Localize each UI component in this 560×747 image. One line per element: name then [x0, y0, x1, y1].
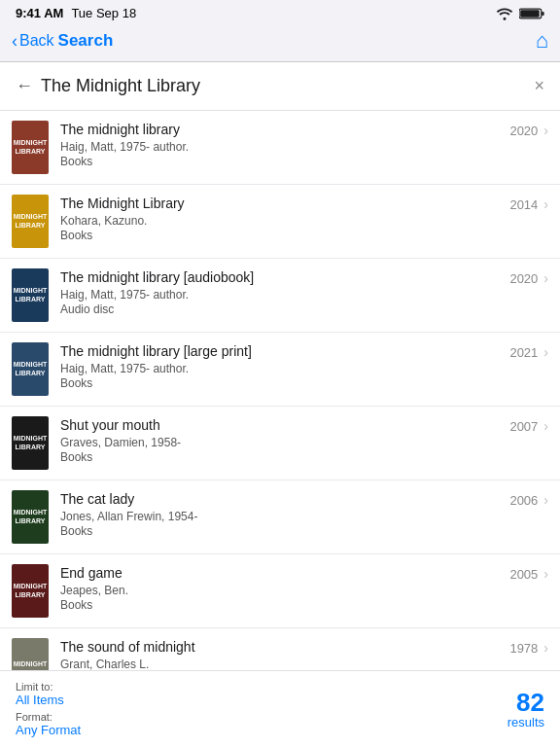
result-right: 2020 ›	[509, 268, 548, 286]
result-author: Kohara, Kazuno.	[60, 214, 502, 228]
status-bar: 9:41 AM Tue Sep 18	[0, 0, 560, 24]
chevron-right-icon: ›	[543, 196, 548, 212]
result-type: Books	[60, 155, 502, 168]
result-right: 2014 ›	[509, 195, 548, 212]
result-title: The sound of midnight	[60, 638, 502, 656]
results-count: 82	[508, 690, 544, 715]
result-info: Shut your mouth Graves, Damien, 1958- Bo…	[60, 416, 502, 464]
result-info: The Midnight Library Kohara, Kazuno. Boo…	[60, 195, 502, 242]
result-year: 2005	[509, 567, 538, 582]
result-year: 2014	[509, 197, 538, 212]
chevron-right-icon: ›	[543, 566, 548, 582]
result-author: Haig, Matt, 1975- author.	[60, 362, 502, 375]
result-year: 1978	[509, 641, 538, 656]
result-year: 2021	[509, 345, 538, 360]
result-info: The midnight library Haig, Matt, 1975- a…	[60, 121, 502, 168]
result-item[interactable]: MIDNIGHT LIBRARY The midnight library Ha…	[0, 111, 560, 185]
search-header: ← The Midnight Library ×	[0, 62, 560, 111]
results-list: MIDNIGHT LIBRARY The midnight library Ha…	[0, 111, 560, 747]
result-type: Books	[60, 524, 502, 538]
result-right: 2007 ›	[509, 416, 548, 434]
wifi-icon	[496, 7, 513, 20]
book-cover: MIDNIGHT LIBRARY	[12, 121, 49, 174]
result-type: Audio disc	[60, 302, 502, 316]
result-year: 2020	[509, 124, 538, 138]
book-cover: MIDNIGHT LIBRARY	[12, 342, 49, 396]
svg-rect-1	[520, 10, 540, 17]
search-back-arrow[interactable]: ←	[16, 76, 33, 96]
format-label: Format:	[16, 711, 508, 723]
result-item[interactable]: MIDNIGHT LIBRARY The cat lady Jones, All…	[0, 480, 560, 554]
search-query-text: The Midnight Library	[41, 76, 200, 96]
result-info: The midnight library [audiobook] Haig, M…	[60, 268, 502, 316]
results-label: results	[508, 715, 544, 729]
result-title: End game	[60, 564, 502, 582]
book-cover: MIDNIGHT LIBRARY	[12, 564, 49, 618]
result-title: The midnight library	[60, 121, 502, 138]
nav-bar: ‹ Back Search ⌂	[0, 24, 560, 62]
result-right: 2005 ›	[509, 564, 548, 582]
chevron-right-icon: ›	[543, 270, 548, 286]
format-value[interactable]: Any Format	[16, 723, 508, 737]
back-button[interactable]: ‹ Back	[12, 31, 54, 52]
chevron-left-icon: ‹	[12, 31, 18, 52]
result-item[interactable]: MIDNIGHT LIBRARY The Midnight Library Ko…	[0, 185, 560, 259]
status-date: Tue Sep 18	[71, 6, 136, 20]
result-author: Graves, Damien, 1958-	[60, 436, 502, 449]
result-author: Jeapes, Ben.	[60, 584, 502, 597]
result-info: The midnight library [large print] Haig,…	[60, 342, 502, 390]
result-item[interactable]: MIDNIGHT LIBRARY End game Jeapes, Ben. B…	[0, 554, 560, 628]
result-right: 2020 ›	[509, 121, 548, 138]
search-close-button[interactable]: ×	[534, 76, 544, 96]
result-item[interactable]: MIDNIGHT LIBRARY The midnight library [a…	[0, 259, 560, 333]
result-item[interactable]: MIDNIGHT LIBRARY The midnight library [l…	[0, 333, 560, 407]
result-info: End game Jeapes, Ben. Books	[60, 564, 502, 612]
result-year: 2007	[509, 419, 538, 434]
book-cover: MIDNIGHT LIBRARY	[12, 416, 49, 470]
home-icon[interactable]: ⌂	[536, 28, 548, 53]
result-right: 2021 ›	[509, 342, 548, 360]
chevron-right-icon: ›	[543, 492, 548, 508]
result-author: Haig, Matt, 1975- author.	[60, 140, 502, 154]
result-type: Books	[60, 598, 502, 612]
book-cover: MIDNIGHT LIBRARY	[12, 268, 49, 322]
result-type: Books	[60, 376, 502, 390]
svg-rect-2	[542, 11, 543, 15]
result-type: Books	[60, 229, 502, 242]
result-title: Shut your mouth	[60, 416, 502, 434]
limit-to-label: Limit to:	[16, 681, 508, 693]
chevron-right-icon: ›	[543, 344, 548, 360]
result-author: Jones, Allan Frewin, 1954-	[60, 510, 502, 523]
book-cover: MIDNIGHT LIBRARY	[12, 195, 49, 248]
result-title: The midnight library [audiobook]	[60, 268, 502, 286]
search-nav-button[interactable]: Search	[58, 31, 114, 51]
result-right: 2006 ›	[509, 490, 548, 508]
result-title: The cat lady	[60, 490, 502, 508]
status-icons	[496, 7, 544, 20]
result-author: Haig, Matt, 1975- author.	[60, 288, 502, 302]
result-year: 2006	[509, 493, 538, 508]
result-year: 2020	[509, 271, 538, 286]
chevron-right-icon: ›	[543, 640, 548, 656]
status-time: 9:41 AM	[16, 6, 63, 20]
battery-icon	[519, 7, 544, 20]
result-right: 1978 ›	[509, 638, 548, 656]
result-item[interactable]: MIDNIGHT LIBRARY Shut your mouth Graves,…	[0, 407, 560, 480]
book-cover: MIDNIGHT LIBRARY	[12, 490, 49, 544]
result-type: Books	[60, 450, 502, 464]
chevron-right-icon: ›	[543, 123, 548, 138]
search-nav-label: Search	[58, 31, 114, 50]
limit-to-value[interactable]: All Items	[16, 693, 508, 707]
result-title: The Midnight Library	[60, 195, 502, 212]
chevron-right-icon: ›	[543, 418, 548, 434]
back-label: Back	[19, 32, 54, 50]
footer: Limit to: All Items Format: Any Format 8…	[0, 670, 560, 747]
result-info: The cat lady Jones, Allan Frewin, 1954- …	[60, 490, 502, 538]
result-title: The midnight library [large print]	[60, 342, 502, 360]
